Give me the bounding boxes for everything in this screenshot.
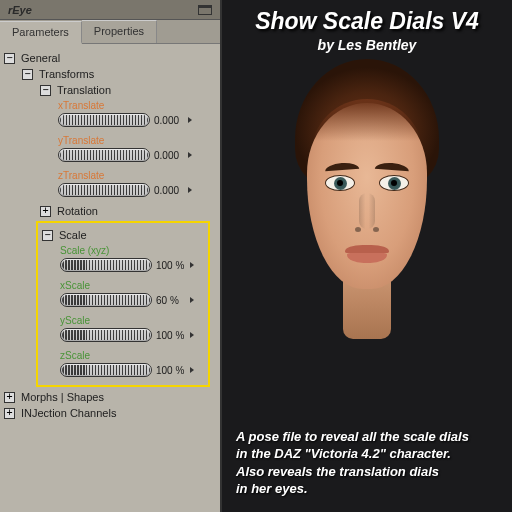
dial-xscale: xScale 60 %: [38, 278, 208, 313]
tree-view: −General −Transforms −Translation xTrans…: [0, 44, 220, 427]
dial-zscale: zScale 100 %: [38, 348, 208, 383]
dial-xtranslate: xTranslate 0.000: [4, 98, 216, 133]
spinner-icon[interactable]: [190, 262, 194, 268]
spinner-icon[interactable]: [188, 152, 192, 158]
dial-slider[interactable]: [60, 363, 152, 377]
spinner-icon[interactable]: [190, 297, 194, 303]
expand-icon[interactable]: +: [4, 392, 15, 403]
dial-slider[interactable]: [60, 293, 152, 307]
tab-parameters[interactable]: Parameters: [0, 21, 82, 44]
dial-ytranslate: yTranslate 0.000: [4, 133, 216, 168]
dial-slider[interactable]: [58, 183, 150, 197]
dial-slider[interactable]: [58, 148, 150, 162]
promo-description: A pose file to reveal all the scale dial…: [236, 428, 498, 498]
collapse-icon[interactable]: −: [22, 69, 33, 80]
dial-scale-xyz: Scale (xyz) 100 %: [38, 243, 208, 278]
spinner-icon[interactable]: [190, 332, 194, 338]
dial-slider[interactable]: [60, 258, 152, 272]
node-transforms[interactable]: −Transforms: [4, 66, 216, 82]
collapse-icon[interactable]: −: [4, 53, 15, 64]
dial-slider[interactable]: [58, 113, 150, 127]
node-translation[interactable]: −Translation: [4, 82, 216, 98]
parameters-panel: rEye Parameters Properties −General −Tra…: [0, 0, 222, 512]
node-injection[interactable]: +INJection Channels: [4, 405, 216, 421]
panel-title: rEye: [8, 4, 32, 16]
node-scale[interactable]: −Scale: [38, 227, 208, 243]
node-general[interactable]: −General: [4, 50, 216, 66]
promo-title: Show Scale Dials V4: [222, 8, 512, 35]
promo-preview: Show Scale Dials V4 by Les Bentley A pos…: [222, 0, 512, 512]
spinner-icon[interactable]: [188, 117, 192, 123]
collapse-icon[interactable]: −: [40, 85, 51, 96]
panel-titlebar[interactable]: rEye: [0, 0, 220, 20]
spinner-icon[interactable]: [188, 187, 192, 193]
expand-icon[interactable]: +: [40, 206, 51, 217]
dial-yscale: yScale 100 %: [38, 313, 208, 348]
collapse-icon[interactable]: −: [42, 230, 53, 241]
face-render: [267, 59, 467, 339]
promo-byline: by Les Bentley: [222, 37, 512, 53]
window-icon[interactable]: [198, 5, 212, 15]
promo-title-block: Show Scale Dials V4 by Les Bentley: [222, 0, 512, 53]
dial-slider[interactable]: [60, 328, 152, 342]
expand-icon[interactable]: +: [4, 408, 15, 419]
spinner-icon[interactable]: [190, 367, 194, 373]
dial-ztranslate: zTranslate 0.000: [4, 168, 216, 203]
node-morphs[interactable]: +Morphs | Shapes: [4, 389, 216, 405]
tab-properties[interactable]: Properties: [82, 20, 157, 43]
node-rotation[interactable]: +Rotation: [4, 203, 216, 219]
tab-bar: Parameters Properties: [0, 20, 220, 44]
scale-highlight-box: −Scale Scale (xyz) 100 % xScale 60 % ySc…: [36, 221, 210, 387]
